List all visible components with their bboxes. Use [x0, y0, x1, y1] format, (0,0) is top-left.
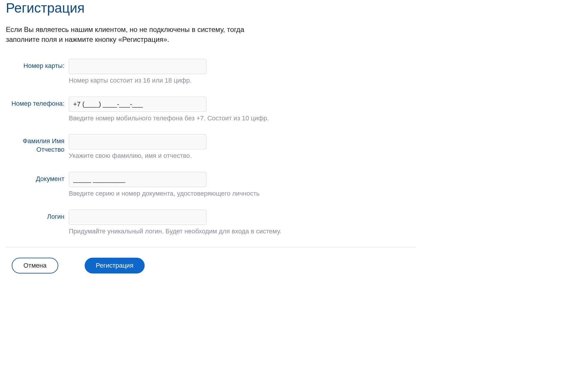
intro-text: Если Вы являетесь нашим клиентом, но не … [6, 25, 255, 44]
form-row-phone: Номер телефона: Введите номер мобильного… [6, 97, 416, 123]
page-title: Регистрация [6, 0, 416, 16]
card-number-input[interactable] [69, 59, 206, 74]
phone-input[interactable] [69, 97, 206, 112]
document-input[interactable] [69, 172, 206, 187]
phone-label: Номер телефона: [6, 97, 69, 108]
form-row-card: Номер карты: Номер карты состоит из 16 и… [6, 59, 416, 85]
divider [6, 247, 416, 247]
login-hint: Придумайте уникальный логин. Будет необх… [69, 227, 416, 236]
document-label: Документ [6, 172, 69, 183]
form-row-document: Документ Введите серию и номер документа… [6, 172, 416, 198]
form-row-fio: Фамилия Имя Отчество Укажите свою фамили… [6, 134, 416, 160]
submit-button[interactable]: Регистрация [85, 258, 145, 273]
cancel-button[interactable]: Отмена [12, 258, 58, 273]
fio-label: Фамилия Имя Отчество [6, 134, 69, 154]
fio-hint: Укажите свою фамилию, имя и отчество. [69, 152, 416, 160]
form-row-login: Логин Придумайте уникальный логин. Будет… [6, 210, 416, 236]
login-label: Логин [6, 210, 69, 221]
document-hint: Введите серию и номер документа, удостов… [69, 189, 416, 198]
card-label: Номер карты: [6, 59, 69, 70]
button-row: Отмена Регистрация [6, 258, 416, 273]
phone-hint: Введите номер мобильного телефона без +7… [69, 114, 416, 123]
fio-input[interactable] [69, 134, 206, 149]
login-input[interactable] [69, 210, 206, 225]
card-hint: Номер карты состоит из 16 или 18 цифр. [69, 76, 416, 85]
